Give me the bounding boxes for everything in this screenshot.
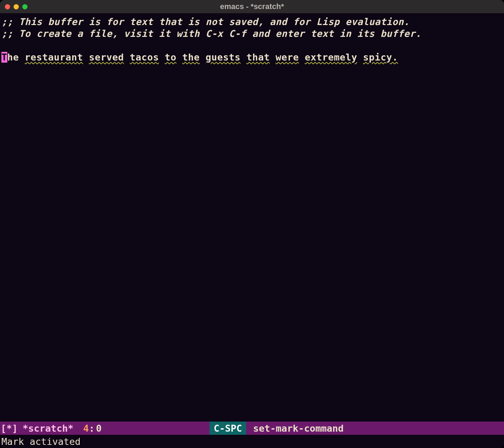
flyspell-word: restaurant (25, 52, 83, 63)
modeline-colon: : (89, 423, 94, 434)
minimize-icon[interactable] (14, 4, 19, 9)
mode-line[interactable]: [*] *scratch* 4:0 C-SPC set-mark-command (0, 422, 504, 435)
modeline-keybind-wrap: C-SPC set-mark-command (210, 422, 344, 435)
modeline-bracket-close: ] (12, 423, 18, 434)
flyspell-word: extremely (305, 52, 357, 63)
titlebar: emacs - *scratch* (0, 0, 504, 13)
flyspell-word: the (182, 52, 200, 63)
maximize-icon[interactable] (22, 4, 27, 9)
flyspell-word: guests (206, 52, 241, 63)
modeline-column-number: 0 (96, 423, 102, 434)
window-title: emacs - *scratch* (220, 2, 284, 11)
modeline-bracket-open: [ (1, 423, 6, 434)
modeline-line-number: 4 (83, 423, 89, 434)
modeline-keybind: C-SPC (210, 422, 246, 435)
comment-line-2: ;; To create a file, visit it with C-x C… (1, 28, 421, 39)
flyspell-word: served (89, 52, 124, 63)
flyspell-word: tacos (130, 52, 159, 63)
flyspell-word: were (276, 52, 299, 63)
echo-area: Mark activated (0, 435, 504, 448)
editor-area[interactable]: ;; This buffer is for text that is not s… (0, 13, 504, 422)
traffic-lights (0, 4, 27, 9)
close-icon[interactable] (5, 4, 10, 9)
flyspell-word: to (165, 52, 176, 63)
modeline-modified-indicator: * (6, 423, 12, 434)
modeline-command: set-mark-command (253, 423, 344, 434)
text-fragment: he (7, 52, 19, 63)
echo-message: Mark activated (1, 436, 81, 447)
content-line: The restaurant served tacos to the guest… (1, 52, 398, 63)
flyspell-word: that (246, 52, 270, 63)
comment-line-1: ;; This buffer is for text that is not s… (1, 16, 410, 27)
cursor: T (1, 52, 7, 63)
emacs-window: emacs - *scratch* ;; This buffer is for … (0, 0, 504, 448)
flyspell-word: spicy. (363, 52, 398, 63)
modeline-buffer-name[interactable]: *scratch* (23, 423, 73, 434)
